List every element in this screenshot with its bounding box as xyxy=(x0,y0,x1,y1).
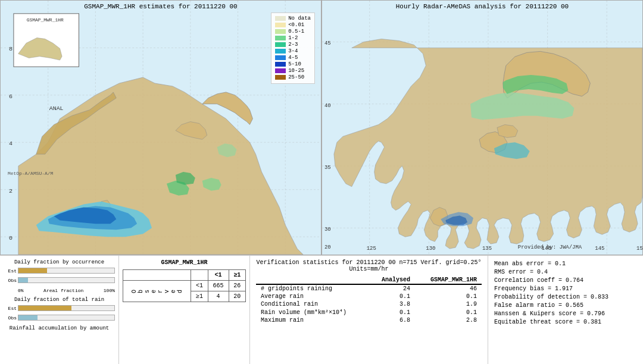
stats-row: Maximum rain6.82.8 xyxy=(256,316,482,324)
legend-2-3: 2-3 xyxy=(275,42,311,48)
stats-row-gsmap: 2.8 xyxy=(415,316,482,324)
metrics-panel: Mean abs error = 0.1RMS error = 0.4Corre… xyxy=(488,256,643,364)
metric-row: Hanssen & Kuipers score = 0.796 xyxy=(494,310,637,317)
legend-color-2-3 xyxy=(275,42,286,47)
stats-row-label: Maximum rain xyxy=(256,316,370,324)
svg-text:ANAL: ANAL xyxy=(49,105,64,112)
contingency-panel: GSMAP_MWR_1HR <1 ≥1 Observed <1 665 26 xyxy=(119,256,250,364)
obs-rain-fill xyxy=(18,315,38,320)
legend-lt001: <0.01 xyxy=(275,22,311,28)
svg-text:45: 45 xyxy=(324,40,331,46)
metric-row: Probability of detection = 0.833 xyxy=(494,294,637,300)
obs-rain-track xyxy=(18,315,115,321)
metric-row: Correlation coeff = 0.764 xyxy=(494,277,637,284)
metric-row: Mean abs error = 0.1 xyxy=(494,261,637,267)
legend-label-lt001: <0.01 xyxy=(288,22,304,28)
svg-text:135: 135 xyxy=(482,246,492,252)
left-map-title: GSMAP_MWR_1HR estimates for 20111220 00 xyxy=(1,3,321,10)
ct-observed-label: Observed xyxy=(123,281,191,302)
occurrence-chart-title: Daily fraction by occurrence xyxy=(4,259,115,265)
legend-5-10: 5-10 xyxy=(275,61,311,67)
ct-cell-lt1-lt1: 665 xyxy=(208,281,229,291)
stats-row-analysed: 6.8 xyxy=(370,316,415,324)
legend-color-nodata xyxy=(275,16,286,21)
svg-text:20: 20 xyxy=(324,244,331,250)
est-label-occurrence: Est xyxy=(4,268,17,274)
legend-color-4-5 xyxy=(275,55,286,60)
svg-text:8: 8 xyxy=(9,46,13,52)
stats-row-label: Conditional rain xyxy=(256,300,370,308)
legend-label-25-50: 25-50 xyxy=(288,74,304,80)
svg-text:30: 30 xyxy=(324,227,331,233)
svg-text:GSMAP_MWR_1HR: GSMAP_MWR_1HR xyxy=(27,17,64,23)
ct-row-lt1-label: <1 xyxy=(191,281,208,291)
metric-row: RMS error = 0.4 xyxy=(494,269,637,275)
legend-color-5-10 xyxy=(275,62,286,67)
ct-cell-ge1-ge1: 20 xyxy=(229,291,245,302)
rain-chart: Est Obs xyxy=(4,304,115,322)
right-map-svg: 45 40 35 30 20 125 130 135 140 145 15 xyxy=(322,1,642,255)
ct-col-ge1: ≥1 xyxy=(229,270,245,281)
ct-corner-empty2 xyxy=(191,270,208,281)
axis-mid: Areal fraction xyxy=(43,288,83,293)
svg-text:145: 145 xyxy=(595,246,604,252)
stats-row-gsmap: 46 xyxy=(415,285,482,293)
legend-4-5: 4-5 xyxy=(275,55,311,61)
stats-title: Verification statistics for 20111220 00 … xyxy=(256,259,482,272)
occurrence-chart: Est Obs xyxy=(4,266,115,284)
legend-color-10-25 xyxy=(275,68,286,73)
legend-label-3-4: 3-4 xyxy=(288,48,298,54)
accumulation-title: Rainfall accumulation by amount xyxy=(4,325,115,331)
svg-text:125: 125 xyxy=(367,246,376,252)
contingency-table: <1 ≥1 Observed <1 665 26 ≥1 4 20 xyxy=(123,269,246,302)
svg-text:0: 0 xyxy=(9,235,13,241)
stats-row: Rain volume (mm*km²×10⁴)0.10.1 xyxy=(256,308,482,316)
legend-label-2-3: 2-3 xyxy=(288,42,298,48)
map-legend: No data <0.01 0.5-1 1-2 2-3 3-4 xyxy=(271,12,315,84)
legend-3-4: 3-4 xyxy=(275,48,311,54)
legend-label-4-5: 4-5 xyxy=(288,55,298,61)
stats-row-label: Rain volume (mm*km²×10⁴) xyxy=(256,308,370,316)
stats-row-gsmap: 1.9 xyxy=(415,300,482,308)
svg-text:MetOp-A/AMSU-A/M: MetOp-A/AMSU-A/M xyxy=(8,171,54,176)
ct-title: GSMAP_MWR_1HR xyxy=(123,259,246,266)
stats-row-gsmap: 0.1 xyxy=(415,293,482,300)
est-occurrence-track xyxy=(18,268,115,274)
stats-row: Conditional rain3.81.9 xyxy=(256,300,482,308)
legend-color-05-1 xyxy=(275,29,286,34)
stats-row-analysed: 0.1 xyxy=(370,293,415,300)
stats-col-analysed: Analysed xyxy=(370,276,415,284)
est-rain-track xyxy=(18,305,115,311)
est-rain-row: Est xyxy=(4,304,115,312)
legend-25-50: 25-50 xyxy=(275,74,311,80)
stats-row-gsmap: 0.1 xyxy=(415,308,482,316)
metric-row: Frequency bias = 1.917 xyxy=(494,285,637,292)
legend-label-5-10: 5-10 xyxy=(288,61,301,67)
obs-rain-row: Obs xyxy=(4,313,115,322)
obs-occurrence-track xyxy=(18,277,115,283)
obs-occurrence-row: Obs xyxy=(4,276,115,284)
obs-label-rain: Obs xyxy=(4,315,17,321)
legend-no-data: No data xyxy=(275,15,311,21)
obs-label-occurrence: Obs xyxy=(4,278,17,283)
left-map-container: GSMAP_MWR_1HR estimates for 20111220 00 … xyxy=(0,0,322,255)
stats-row: # gridpoints raining2446 xyxy=(256,285,482,293)
stats-panel: Verification statistics for 20111220 00 … xyxy=(250,256,488,364)
legend-1-2: 1-2 xyxy=(275,35,311,41)
est-occurrence-row: Est xyxy=(4,266,115,275)
rain-chart-title: Daily fraction of total rain xyxy=(4,297,115,303)
svg-text:6: 6 xyxy=(9,93,13,100)
right-map-container: Hourly Radar-AMeDAS analysis for 2011122… xyxy=(322,0,643,255)
est-occurrence-fill xyxy=(18,268,47,273)
legend-05-1: 0.5-1 xyxy=(275,29,311,34)
legend-color-1-2 xyxy=(275,36,286,40)
axis-start: 0% xyxy=(18,288,24,293)
svg-text:35: 35 xyxy=(324,165,331,171)
legend-color-3-4 xyxy=(275,49,286,54)
stats-row-analysed: 3.8 xyxy=(370,300,415,308)
obs-occurrence-fill xyxy=(18,278,28,283)
charts-panel: Daily fraction by occurrence Est Obs 0% … xyxy=(0,256,119,364)
ct-cell-lt1-ge1: 26 xyxy=(229,281,245,291)
stats-row: Average rain0.10.1 xyxy=(256,293,482,300)
legend-label-nodata: No data xyxy=(288,15,311,21)
